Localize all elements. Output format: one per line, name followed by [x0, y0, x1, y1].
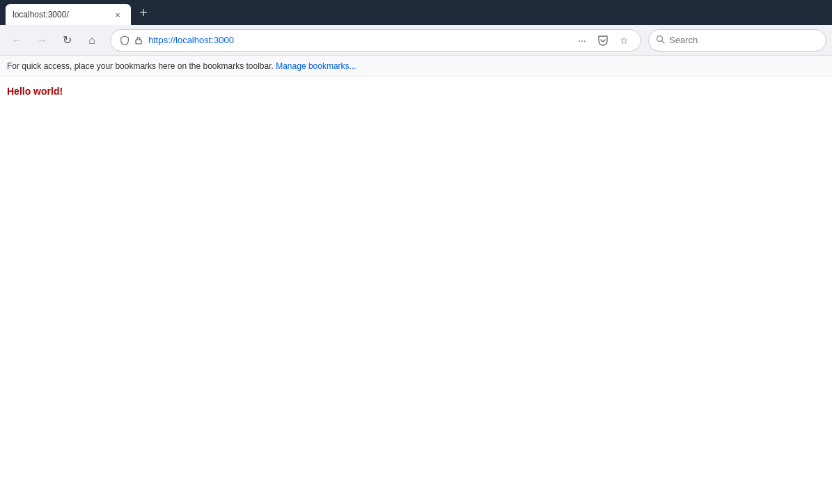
- tracking-protection-icon: [119, 35, 130, 46]
- hello-world-text: Hello world!: [7, 86, 63, 97]
- home-button[interactable]: ⌂: [81, 29, 103, 52]
- tab-strip: localhost:3000/ × +: [6, 0, 153, 25]
- page-content: Hello world!: [0, 77, 832, 106]
- bookmarks-bar-text: For quick access, place your bookmarks h…: [7, 61, 274, 71]
- search-input[interactable]: [669, 35, 819, 45]
- bookmark-button[interactable]: ☆: [615, 32, 632, 49]
- svg-rect-0: [136, 40, 141, 44]
- pocket-button[interactable]: [595, 32, 611, 49]
- back-button[interactable]: ←: [6, 29, 28, 52]
- more-options-button[interactable]: ···: [574, 32, 590, 49]
- reload-button[interactable]: ↻: [56, 29, 78, 52]
- search-icon: [656, 35, 665, 46]
- address-bar-actions: ··· ☆: [574, 32, 632, 49]
- nav-bar: ← → ↻ ⌂ https://localhost:3000 ···: [0, 25, 832, 56]
- address-url: https://localhost:3000: [148, 35, 574, 45]
- active-tab[interactable]: localhost:3000/ ×: [6, 4, 131, 25]
- svg-line-2: [662, 40, 665, 43]
- bookmarks-bar: For quick access, place your bookmarks h…: [0, 56, 832, 77]
- manage-bookmarks-link[interactable]: Manage bookmarks...: [276, 61, 356, 71]
- new-tab-button[interactable]: +: [134, 3, 153, 22]
- lock-icon: [133, 35, 144, 46]
- tab-close-button[interactable]: ×: [111, 8, 124, 21]
- title-bar: localhost:3000/ × +: [0, 0, 832, 25]
- tab-title: localhost:3000/: [13, 10, 107, 19]
- search-box[interactable]: [648, 29, 826, 52]
- address-bar-icons: [119, 35, 144, 46]
- forward-button[interactable]: →: [31, 29, 53, 52]
- address-bar[interactable]: https://localhost:3000 ··· ☆: [110, 29, 641, 52]
